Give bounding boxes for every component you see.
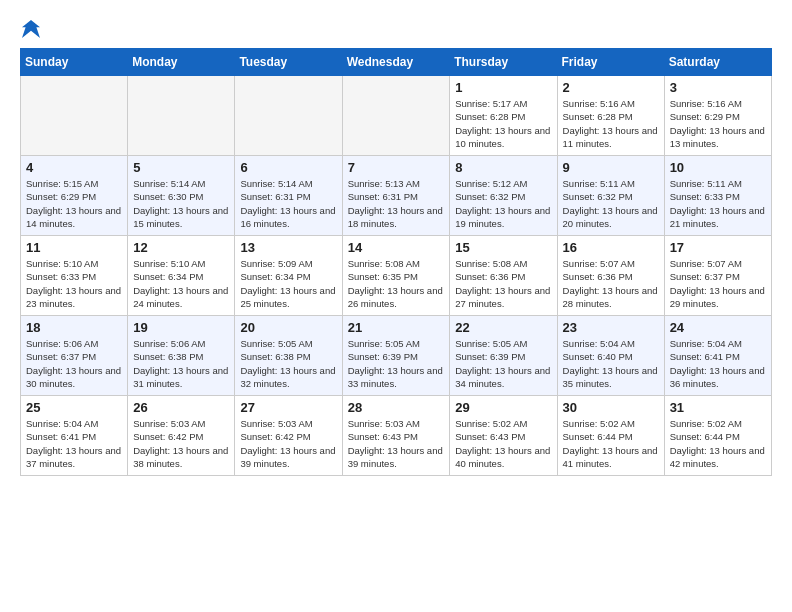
- day-info: Sunrise: 5:04 AMSunset: 6:41 PMDaylight:…: [26, 417, 122, 470]
- day-number: 23: [563, 320, 659, 335]
- calendar-cell: 5Sunrise: 5:14 AMSunset: 6:30 PMDaylight…: [128, 156, 235, 236]
- day-number: 7: [348, 160, 445, 175]
- day-info: Sunrise: 5:03 AMSunset: 6:42 PMDaylight:…: [133, 417, 229, 470]
- calendar-cell: 6Sunrise: 5:14 AMSunset: 6:31 PMDaylight…: [235, 156, 342, 236]
- day-info: Sunrise: 5:06 AMSunset: 6:37 PMDaylight:…: [26, 337, 122, 390]
- column-header-friday: Friday: [557, 49, 664, 76]
- calendar-cell: 24Sunrise: 5:04 AMSunset: 6:41 PMDayligh…: [664, 316, 771, 396]
- day-info: Sunrise: 5:16 AMSunset: 6:28 PMDaylight:…: [563, 97, 659, 150]
- calendar-week-row: 25Sunrise: 5:04 AMSunset: 6:41 PMDayligh…: [21, 396, 772, 476]
- day-number: 19: [133, 320, 229, 335]
- day-info: Sunrise: 5:06 AMSunset: 6:38 PMDaylight:…: [133, 337, 229, 390]
- day-info: Sunrise: 5:14 AMSunset: 6:31 PMDaylight:…: [240, 177, 336, 230]
- day-number: 14: [348, 240, 445, 255]
- day-info: Sunrise: 5:03 AMSunset: 6:43 PMDaylight:…: [348, 417, 445, 470]
- day-info: Sunrise: 5:04 AMSunset: 6:41 PMDaylight:…: [670, 337, 766, 390]
- day-number: 31: [670, 400, 766, 415]
- calendar-cell: 31Sunrise: 5:02 AMSunset: 6:44 PMDayligh…: [664, 396, 771, 476]
- day-info: Sunrise: 5:07 AMSunset: 6:37 PMDaylight:…: [670, 257, 766, 310]
- day-number: 24: [670, 320, 766, 335]
- calendar-cell: 1Sunrise: 5:17 AMSunset: 6:28 PMDaylight…: [450, 76, 557, 156]
- calendar-cell: 2Sunrise: 5:16 AMSunset: 6:28 PMDaylight…: [557, 76, 664, 156]
- calendar-cell: 4Sunrise: 5:15 AMSunset: 6:29 PMDaylight…: [21, 156, 128, 236]
- day-info: Sunrise: 5:03 AMSunset: 6:42 PMDaylight:…: [240, 417, 336, 470]
- day-info: Sunrise: 5:02 AMSunset: 6:43 PMDaylight:…: [455, 417, 551, 470]
- calendar-cell: 27Sunrise: 5:03 AMSunset: 6:42 PMDayligh…: [235, 396, 342, 476]
- day-info: Sunrise: 5:05 AMSunset: 6:38 PMDaylight:…: [240, 337, 336, 390]
- column-header-monday: Monday: [128, 49, 235, 76]
- calendar-cell: 18Sunrise: 5:06 AMSunset: 6:37 PMDayligh…: [21, 316, 128, 396]
- day-number: 22: [455, 320, 551, 335]
- calendar-cell: 14Sunrise: 5:08 AMSunset: 6:35 PMDayligh…: [342, 236, 450, 316]
- day-info: Sunrise: 5:05 AMSunset: 6:39 PMDaylight:…: [455, 337, 551, 390]
- day-info: Sunrise: 5:15 AMSunset: 6:29 PMDaylight:…: [26, 177, 122, 230]
- day-info: Sunrise: 5:10 AMSunset: 6:34 PMDaylight:…: [133, 257, 229, 310]
- calendar-cell: 29Sunrise: 5:02 AMSunset: 6:43 PMDayligh…: [450, 396, 557, 476]
- calendar-week-row: 18Sunrise: 5:06 AMSunset: 6:37 PMDayligh…: [21, 316, 772, 396]
- day-number: 20: [240, 320, 336, 335]
- day-number: 2: [563, 80, 659, 95]
- day-number: 11: [26, 240, 122, 255]
- day-info: Sunrise: 5:17 AMSunset: 6:28 PMDaylight:…: [455, 97, 551, 150]
- day-number: 26: [133, 400, 229, 415]
- calendar-cell: 28Sunrise: 5:03 AMSunset: 6:43 PMDayligh…: [342, 396, 450, 476]
- page-header: [20, 20, 772, 38]
- day-info: Sunrise: 5:07 AMSunset: 6:36 PMDaylight:…: [563, 257, 659, 310]
- day-info: Sunrise: 5:05 AMSunset: 6:39 PMDaylight:…: [348, 337, 445, 390]
- day-info: Sunrise: 5:08 AMSunset: 6:36 PMDaylight:…: [455, 257, 551, 310]
- day-number: 12: [133, 240, 229, 255]
- calendar-cell: 21Sunrise: 5:05 AMSunset: 6:39 PMDayligh…: [342, 316, 450, 396]
- day-number: 18: [26, 320, 122, 335]
- calendar-cell: 3Sunrise: 5:16 AMSunset: 6:29 PMDaylight…: [664, 76, 771, 156]
- day-info: Sunrise: 5:12 AMSunset: 6:32 PMDaylight:…: [455, 177, 551, 230]
- day-number: 25: [26, 400, 122, 415]
- day-info: Sunrise: 5:14 AMSunset: 6:30 PMDaylight:…: [133, 177, 229, 230]
- calendar-cell: [128, 76, 235, 156]
- calendar-cell: 17Sunrise: 5:07 AMSunset: 6:37 PMDayligh…: [664, 236, 771, 316]
- calendar-cell: 15Sunrise: 5:08 AMSunset: 6:36 PMDayligh…: [450, 236, 557, 316]
- calendar-cell: 13Sunrise: 5:09 AMSunset: 6:34 PMDayligh…: [235, 236, 342, 316]
- day-number: 27: [240, 400, 336, 415]
- calendar-cell: 11Sunrise: 5:10 AMSunset: 6:33 PMDayligh…: [21, 236, 128, 316]
- calendar-week-row: 4Sunrise: 5:15 AMSunset: 6:29 PMDaylight…: [21, 156, 772, 236]
- calendar-cell: 7Sunrise: 5:13 AMSunset: 6:31 PMDaylight…: [342, 156, 450, 236]
- day-number: 17: [670, 240, 766, 255]
- day-number: 16: [563, 240, 659, 255]
- calendar-cell: 12Sunrise: 5:10 AMSunset: 6:34 PMDayligh…: [128, 236, 235, 316]
- day-number: 6: [240, 160, 336, 175]
- day-number: 29: [455, 400, 551, 415]
- day-info: Sunrise: 5:04 AMSunset: 6:40 PMDaylight:…: [563, 337, 659, 390]
- column-header-sunday: Sunday: [21, 49, 128, 76]
- day-info: Sunrise: 5:08 AMSunset: 6:35 PMDaylight:…: [348, 257, 445, 310]
- day-number: 30: [563, 400, 659, 415]
- calendar-cell: 22Sunrise: 5:05 AMSunset: 6:39 PMDayligh…: [450, 316, 557, 396]
- column-header-saturday: Saturday: [664, 49, 771, 76]
- day-number: 8: [455, 160, 551, 175]
- day-info: Sunrise: 5:16 AMSunset: 6:29 PMDaylight:…: [670, 97, 766, 150]
- day-number: 1: [455, 80, 551, 95]
- calendar-cell: 20Sunrise: 5:05 AMSunset: 6:38 PMDayligh…: [235, 316, 342, 396]
- day-info: Sunrise: 5:13 AMSunset: 6:31 PMDaylight:…: [348, 177, 445, 230]
- calendar-week-row: 11Sunrise: 5:10 AMSunset: 6:33 PMDayligh…: [21, 236, 772, 316]
- logo-bird-icon: [22, 20, 40, 38]
- day-info: Sunrise: 5:11 AMSunset: 6:33 PMDaylight:…: [670, 177, 766, 230]
- day-number: 21: [348, 320, 445, 335]
- logo: [20, 20, 40, 38]
- calendar-cell: 10Sunrise: 5:11 AMSunset: 6:33 PMDayligh…: [664, 156, 771, 236]
- day-number: 3: [670, 80, 766, 95]
- day-number: 28: [348, 400, 445, 415]
- calendar-table: SundayMondayTuesdayWednesdayThursdayFrid…: [20, 48, 772, 476]
- column-header-tuesday: Tuesday: [235, 49, 342, 76]
- calendar-cell: 25Sunrise: 5:04 AMSunset: 6:41 PMDayligh…: [21, 396, 128, 476]
- calendar-header-row: SundayMondayTuesdayWednesdayThursdayFrid…: [21, 49, 772, 76]
- day-number: 9: [563, 160, 659, 175]
- day-number: 4: [26, 160, 122, 175]
- day-number: 15: [455, 240, 551, 255]
- day-info: Sunrise: 5:02 AMSunset: 6:44 PMDaylight:…: [670, 417, 766, 470]
- calendar-cell: [21, 76, 128, 156]
- day-info: Sunrise: 5:02 AMSunset: 6:44 PMDaylight:…: [563, 417, 659, 470]
- day-info: Sunrise: 5:11 AMSunset: 6:32 PMDaylight:…: [563, 177, 659, 230]
- calendar-cell: [235, 76, 342, 156]
- day-number: 5: [133, 160, 229, 175]
- calendar-cell: 9Sunrise: 5:11 AMSunset: 6:32 PMDaylight…: [557, 156, 664, 236]
